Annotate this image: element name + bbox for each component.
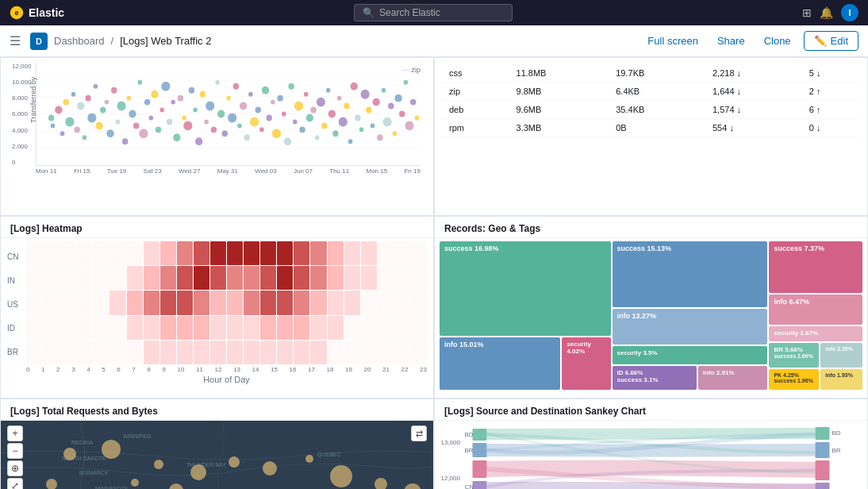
heatmap-cell[interactable] (378, 291, 394, 314)
heatmap-cell[interactable] (378, 341, 394, 364)
heatmap-cell[interactable] (227, 341, 243, 364)
heatmap-cell[interactable] (93, 266, 109, 290)
treemap-us-info[interactable]: info 6.47% (769, 295, 862, 325)
heatmap-cell[interactable] (60, 266, 75, 290)
map-fullscreen[interactable]: ⤢ (7, 478, 23, 489)
heatmap-cell[interactable] (361, 241, 377, 265)
heatmap-cell[interactable] (244, 341, 259, 364)
search-box[interactable]: 🔍 Search Elastic (354, 4, 513, 21)
grid-icon[interactable]: ⊞ (802, 6, 812, 19)
heatmap-cell[interactable] (160, 241, 176, 265)
heatmap-cell[interactable] (378, 241, 394, 265)
heatmap-cell[interactable] (244, 316, 259, 340)
heatmap-cell[interactable] (43, 316, 59, 340)
heatmap-cell[interactable] (328, 241, 344, 265)
heatmap-cell[interactable] (210, 316, 226, 340)
heatmap-cell[interactable] (244, 266, 259, 290)
heatmap-cell[interactable] (378, 266, 394, 290)
treemap-id-success[interactable]: ID 6.66% success 3.1% (613, 366, 697, 390)
clone-button[interactable]: Clone (758, 32, 797, 50)
heatmap-cell[interactable] (26, 266, 42, 290)
heatmap-cell[interactable] (344, 291, 360, 314)
heatmap-cell[interactable] (277, 266, 293, 290)
heatmap-cell[interactable] (344, 266, 360, 290)
heatmap-cell[interactable] (310, 266, 326, 290)
treemap-in-info[interactable]: info 13.27% (613, 309, 768, 345)
heatmap-cell[interactable] (310, 316, 326, 340)
heatmap-cell[interactable] (260, 266, 276, 290)
heatmap-cell[interactable] (361, 291, 377, 314)
heatmap-cell[interactable] (194, 291, 209, 314)
heatmap-cell[interactable] (227, 291, 243, 314)
heatmap-cell[interactable] (411, 341, 427, 364)
heatmap-cell[interactable] (244, 291, 259, 314)
heatmap-cell[interactable] (361, 266, 377, 290)
heatmap-cell[interactable] (411, 266, 427, 290)
map-zoom-out[interactable]: − (7, 443, 23, 459)
heatmap-cell[interactable] (60, 316, 75, 340)
heatmap-cell[interactable] (294, 241, 309, 265)
heatmap-cell[interactable] (160, 266, 176, 290)
heatmap-cell[interactable] (344, 316, 360, 340)
heatmap-cell[interactable] (210, 341, 226, 364)
heatmap-cell[interactable] (127, 341, 143, 364)
heatmap-cell[interactable] (109, 266, 125, 290)
treemap-br-info[interactable]: info 2.35% (820, 343, 862, 367)
heatmap-cell[interactable] (310, 241, 326, 265)
heatmap-cell[interactable] (76, 241, 92, 265)
fullscreen-button[interactable]: Full screen (641, 32, 705, 50)
heatmap-cell[interactable] (194, 266, 209, 290)
heatmap-cell[interactable] (328, 316, 344, 340)
heatmap-cell[interactable] (26, 341, 42, 364)
heatmap-cell[interactable] (260, 291, 276, 314)
heatmap-cell[interactable] (177, 266, 193, 290)
treemap-br-success[interactable]: BR 5.66% success 2.66% (769, 343, 819, 367)
heatmap-cell[interactable] (76, 341, 92, 364)
heatmap-cell[interactable] (160, 341, 176, 364)
heatmap-cell[interactable] (344, 241, 360, 265)
heatmap-cell[interactable] (127, 291, 143, 314)
heatmap-cell[interactable] (227, 266, 243, 290)
treemap-cn-security[interactable]: security 4.02% (562, 337, 610, 390)
heatmap-cell[interactable] (109, 291, 125, 314)
breadcrumb-dashboard[interactable]: Dashboard (54, 35, 105, 47)
heatmap-cell[interactable] (76, 291, 92, 314)
heatmap-cell[interactable] (227, 316, 243, 340)
heatmap-cell[interactable] (194, 341, 209, 364)
heatmap-cell[interactable] (394, 241, 410, 265)
heatmap-cell[interactable] (76, 266, 92, 290)
heatmap-cell[interactable] (394, 291, 410, 314)
heatmap-cell[interactable] (194, 316, 209, 340)
treemap-cn-success[interactable]: success 16.98% (440, 241, 611, 336)
map-export[interactable]: ⇄ (411, 425, 427, 441)
heatmap-cell[interactable] (411, 291, 427, 314)
treemap-us-security[interactable]: security 1.67% (769, 326, 862, 341)
heatmap-cell[interactable] (294, 291, 309, 314)
heatmap-cell[interactable] (277, 341, 293, 364)
hamburger-menu[interactable]: ☰ (10, 33, 21, 48)
heatmap-cell[interactable] (127, 241, 143, 265)
heatmap-cell[interactable] (328, 341, 344, 364)
treemap-id-info[interactable]: info 2.91% (698, 366, 768, 390)
heatmap-cell[interactable] (260, 341, 276, 364)
heatmap-cell[interactable] (277, 241, 293, 265)
heatmap-cell[interactable] (60, 291, 75, 314)
heatmap-cell[interactable] (43, 241, 59, 265)
heatmap-cell[interactable] (109, 341, 125, 364)
heatmap-cell[interactable] (227, 241, 243, 265)
heatmap-cell[interactable] (411, 241, 427, 265)
heatmap-cell[interactable] (361, 316, 377, 340)
map-zoom-in[interactable]: + (7, 425, 23, 441)
heatmap-cell[interactable] (160, 291, 176, 314)
edit-button[interactable]: ✏️ Edit (804, 31, 858, 51)
treemap-pk-success[interactable]: PK 4.25% success 1.96% (769, 369, 819, 390)
heatmap-cell[interactable] (144, 316, 159, 340)
heatmap-cell[interactable] (210, 266, 226, 290)
heatmap-cell[interactable] (43, 341, 59, 364)
heatmap-cell[interactable] (294, 266, 309, 290)
heatmap-cell[interactable] (194, 241, 209, 265)
heatmap-cell[interactable] (310, 291, 326, 314)
heatmap-cell[interactable] (394, 316, 410, 340)
heatmap-cell[interactable] (144, 241, 159, 265)
heatmap-cell[interactable] (328, 266, 344, 290)
